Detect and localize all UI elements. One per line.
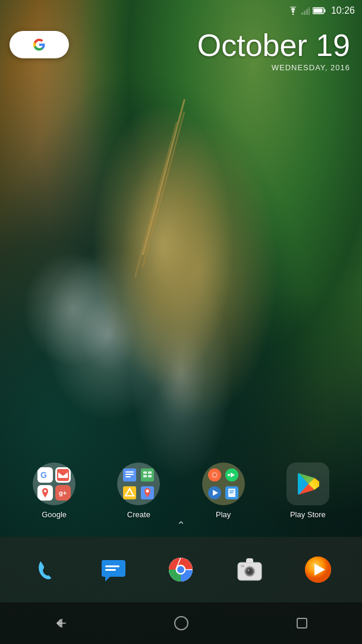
mini-gmail [55,467,71,483]
dock-phone[interactable] [27,552,61,587]
play-store-svg [293,469,323,499]
svg-point-0 [292,14,294,15]
svg-rect-37 [228,489,235,497]
svg-rect-36 [225,486,238,499]
mini-sheets [140,467,155,483]
svg-point-26 [146,489,149,492]
svg-marker-35 [213,490,218,496]
svg-rect-65 [297,618,307,628]
mini-gplus: g+ [55,485,71,501]
folder-play-label: Play [216,510,231,519]
svg-point-29 [213,474,216,476]
svg-rect-13 [57,487,69,499]
svg-text:G: G [40,470,47,480]
svg-rect-7 [313,9,322,13]
svg-rect-38 [229,490,234,492]
svg-marker-63 [56,618,62,628]
navigation-bar [0,602,362,644]
nav-recents-button[interactable] [290,611,314,635]
svg-marker-32 [231,473,235,477]
svg-rect-39 [229,492,233,493]
svg-point-12 [44,490,46,492]
folder-google[interactable]: G [33,462,75,519]
svg-point-28 [212,472,218,478]
mini-docs [122,467,137,483]
signal-icon [301,7,310,15]
svg-point-47 [177,566,184,573]
date-widget: October 19 WEDNESDAY, 2016 [197,30,350,72]
nav-back-button[interactable] [49,611,73,635]
svg-rect-2 [304,11,306,15]
svg-rect-31 [225,468,238,482]
svg-rect-6 [324,10,325,12]
svg-rect-17 [125,474,134,475]
mini-play-books [224,485,240,501]
folder-google-icon[interactable]: G [33,462,75,505]
svg-rect-1 [301,12,303,15]
folder-create-label: Create [127,510,150,519]
mini-google-search: G [37,467,53,483]
svg-point-62 [316,567,320,572]
folder-google-label: Google [42,510,67,519]
nav-home-button[interactable] [169,611,193,635]
svg-rect-24 [123,486,136,499]
home-circle-icon [173,615,190,632]
app-dock [0,537,362,602]
svg-point-56 [247,570,249,571]
wifi-icon [288,7,298,15]
phone-icon [30,556,58,583]
chrome-icon [166,555,196,584]
back-triangle-icon [53,616,68,630]
camera-icon [235,555,265,584]
folder-create[interactable]: Create [117,462,160,519]
dock-chrome[interactable] [163,552,198,587]
mini-drive [122,485,137,501]
play-store-item[interactable]: Play Store [287,462,329,519]
recents-square-icon [295,616,309,630]
svg-point-33 [228,474,230,476]
time-display: 10:26 [331,5,355,16]
date-month-day: October 19 [197,30,350,61]
mini-maps2 [140,485,155,501]
google-g-logo [29,34,50,55]
svg-rect-15 [123,468,136,482]
svg-rect-20 [143,471,147,474]
date-weekday-year: WEDNESDAY, 2016 [197,63,350,72]
dock-messaging[interactable] [95,552,130,587]
mini-play-movies [207,485,222,501]
svg-rect-34 [208,486,221,499]
svg-rect-11 [39,487,51,499]
mini-play-games [224,467,240,483]
play-music-icon [303,555,333,584]
folder-create-icon[interactable] [117,462,160,505]
mini-maps [37,485,53,501]
folder-play-icon[interactable]: ♪ [202,462,245,505]
app-folders-row: G [0,462,362,519]
messaging-icon [98,555,127,584]
svg-rect-22 [143,475,147,477]
folder-play[interactable]: ♪ [202,462,245,519]
svg-rect-23 [148,475,152,477]
svg-rect-19 [141,468,154,482]
google-search-bar[interactable] [10,31,69,58]
dock-camera[interactable] [232,552,267,587]
svg-rect-16 [125,471,134,473]
svg-rect-42 [105,565,119,567]
play-store-label: Play Store [290,510,326,519]
play-store-icon[interactable] [287,462,329,505]
svg-rect-43 [105,569,116,571]
mini-play-music: ♪ [207,467,222,483]
up-arrow[interactable]: ⌃ [177,519,185,532]
svg-rect-27 [208,468,221,482]
battery-icon [313,7,326,14]
svg-rect-57 [241,565,244,567]
status-icons: 10:26 [288,5,355,16]
svg-point-55 [247,568,253,574]
svg-rect-25 [141,486,154,499]
svg-rect-18 [125,476,131,477]
svg-rect-3 [306,9,308,15]
svg-rect-4 [309,7,310,15]
svg-text:g+: g+ [59,489,67,496]
dock-play-music[interactable] [301,552,335,587]
svg-rect-10 [57,469,69,481]
